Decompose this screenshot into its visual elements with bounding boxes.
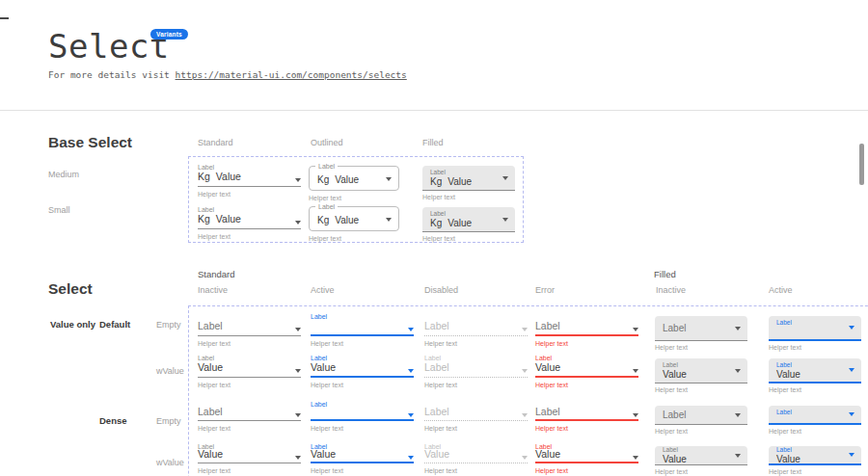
floating-label: Label — [198, 205, 301, 214]
select-control[interactable]: Label — [655, 406, 747, 425]
helper-text: Helper text — [198, 467, 301, 474]
dropdown-arrow-icon — [502, 176, 508, 180]
dropdown-arrow-icon — [849, 412, 854, 416]
helper-text: Helper text — [309, 195, 399, 201]
dropdown-arrow-icon — [522, 413, 528, 417]
select-control[interactable]: Label KgValue — [422, 207, 515, 232]
window-edge-mark — [0, 17, 9, 19]
dropdown-arrow-icon — [522, 328, 528, 331]
select-placeholder: Label — [424, 321, 449, 331]
base-select-heading: Base Select — [48, 134, 132, 151]
select-dense-standard-error-empty: Label Helper text — [535, 400, 638, 432]
dropdown-arrow-icon — [295, 221, 301, 225]
select-control[interactable]: Value — [535, 450, 638, 463]
select-control[interactable]: Value — [198, 362, 301, 378]
select-control[interactable]: Label — [198, 408, 301, 421]
helper-text: Helper text — [424, 340, 528, 347]
floating-label: Label — [198, 163, 301, 172]
select-control[interactable]: Label — [655, 316, 747, 341]
select-control[interactable]: Label KgValue — [309, 166, 399, 191]
select-dense-standard-error-wvalue: Label Value Helper text — [535, 442, 638, 474]
rowlabel-dense-empty: Empty — [156, 416, 181, 426]
adornment: Kg — [317, 215, 329, 225]
select-control[interactable]: Value — [311, 450, 414, 463]
helper-text: Helper text — [535, 425, 638, 432]
dropdown-arrow-icon — [295, 413, 301, 417]
select-dense-standard-active-wvalue: Label Value Helper text — [311, 442, 414, 474]
select-control[interactable]: Label Value — [655, 358, 747, 383]
select-control[interactable]: Value — [535, 362, 638, 378]
colhead-error: Error — [535, 285, 555, 295]
adornment: Kg — [198, 213, 210, 225]
dropdown-arrow-icon — [633, 328, 638, 331]
select-control[interactable]: Label — [535, 321, 638, 336]
floating-label: Label — [776, 446, 800, 454]
colhead-filled-inactive: Inactive — [656, 285, 686, 295]
helper-text: Helper text — [424, 467, 528, 474]
select-standard-inactive-wvalue: Label Value Helper text — [198, 354, 301, 388]
select-control[interactable]: Label KgValue — [422, 166, 515, 191]
select-control[interactable] — [311, 408, 414, 421]
dropdown-arrow-icon — [849, 453, 854, 457]
docs-link[interactable]: https://material-ui.com/components/selec… — [176, 69, 407, 80]
dropdown-arrow-icon — [408, 328, 414, 331]
select-control[interactable]: KgValue — [198, 172, 301, 187]
select-control[interactable]: Label — [424, 362, 528, 378]
vertical-scrollbar-thumb[interactable] — [859, 144, 864, 185]
select-control[interactable]: Label Value — [655, 446, 747, 465]
helper-text: Helper text — [535, 382, 638, 388]
helper-text: Helper text — [311, 382, 414, 388]
select-value: KgValue — [198, 172, 241, 182]
dropdown-arrow-icon — [633, 369, 638, 373]
adornment: Kg — [198, 171, 210, 182]
select-standard-error-empty: Label Helper text — [535, 312, 638, 347]
helper-text: Helper text — [769, 344, 861, 351]
base-outlined-medium-select: Label KgValue Helper text — [309, 166, 399, 201]
select-value: KgValue — [430, 218, 472, 228]
select-value: Value — [776, 454, 800, 464]
dropdown-arrow-icon — [386, 177, 392, 181]
helper-text: Helper text — [424, 382, 528, 388]
select-control[interactable]: Label Value — [769, 358, 861, 383]
dropdown-arrow-icon — [735, 413, 741, 417]
helper-text: Helper text — [655, 428, 747, 435]
helper-text: Helper text — [198, 382, 301, 388]
select-placeholder: Label — [535, 407, 560, 417]
select-control[interactable]: Value — [424, 450, 528, 463]
helper-text: Helper text — [198, 425, 301, 432]
select-dense-filled-inactive-wvalue: Label Value Helper text — [655, 446, 747, 475]
select-control[interactable]: Value — [198, 450, 301, 463]
select-control[interactable]: KgValue — [198, 214, 301, 229]
select-value: Value — [198, 362, 223, 373]
select-control[interactable]: Label Value — [769, 446, 861, 465]
dropdown-arrow-icon — [735, 327, 741, 331]
select-filled-active-wvalue: Label Value Helper text — [769, 358, 861, 393]
helper-text: Helper text — [769, 386, 861, 393]
select-control[interactable]: Label — [769, 406, 861, 425]
select-dense-filled-active-empty: Label Helper text — [769, 406, 861, 435]
floating-label: Label — [430, 169, 472, 176]
select-control[interactable]: Label — [424, 321, 528, 336]
page: Select Variants For more details visit h… — [0, 0, 868, 476]
dropdown-arrow-icon — [502, 218, 508, 222]
dropdown-arrow-icon — [633, 456, 638, 460]
select-control[interactable]: Label — [769, 316, 861, 341]
select-value: Value — [663, 369, 687, 380]
select-filled-inactive-wvalue: Label Value Helper text — [655, 358, 747, 393]
select-control[interactable]: Label — [424, 408, 528, 421]
select-value: Value — [311, 362, 336, 373]
dropdown-arrow-icon — [295, 369, 301, 373]
floating-label: Label — [663, 446, 687, 454]
select-control[interactable]: Value — [311, 362, 414, 378]
floating-label: Label — [776, 409, 792, 416]
select-placeholder: Label — [198, 407, 223, 417]
select-control[interactable]: Label — [198, 321, 301, 336]
base-colhead-filled: Filled — [422, 138, 444, 147]
select-control[interactable] — [311, 321, 414, 336]
rowlabel-default-wvalue: wValue — [156, 366, 184, 376]
select-value: Value — [311, 449, 336, 460]
floating-label: Label — [663, 361, 687, 369]
select-control[interactable]: Label — [535, 408, 638, 421]
variants-badge: Variants — [150, 29, 188, 40]
select-control[interactable]: Label KgValue — [309, 206, 399, 231]
